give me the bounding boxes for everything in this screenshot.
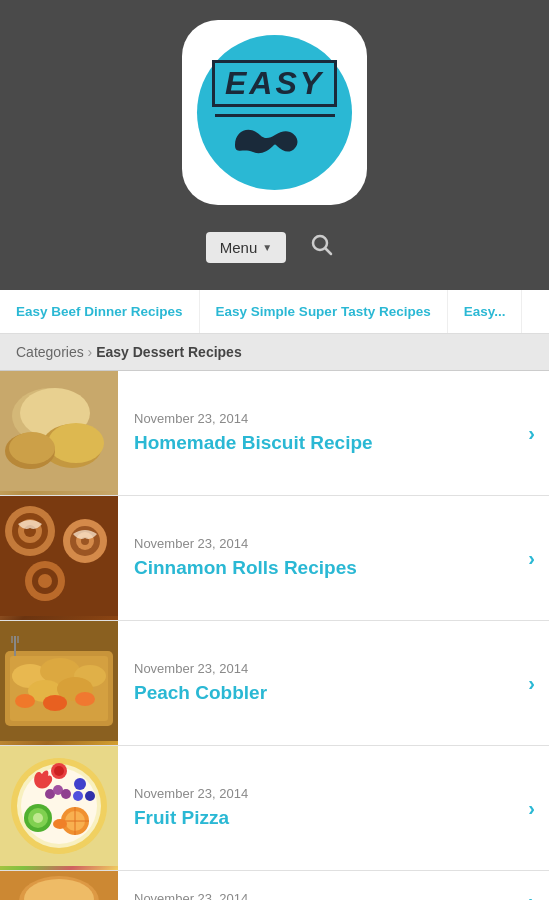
nav-item-simple[interactable]: Easy Simple Super Tasty Recipes (200, 290, 448, 333)
recipe-title: Fruit Pizza (134, 807, 535, 830)
recipe-arrow-icon: › (528, 890, 535, 901)
logo-container: EASY (182, 20, 367, 205)
last-recipe-image (0, 871, 118, 900)
svg-point-29 (15, 694, 35, 708)
biscuit-image (0, 371, 118, 491)
peach-image (0, 621, 118, 741)
recipe-item[interactable]: November 23, 2014 Homemade Biscuit Recip… (0, 371, 549, 496)
recipe-title: Peach Cobbler (134, 682, 535, 705)
svg-line-1 (326, 249, 332, 255)
search-icon (311, 234, 333, 256)
recipe-item[interactable]: November 23, 2014 › (0, 871, 549, 900)
logo-line-top (215, 114, 335, 117)
svg-point-44 (73, 791, 83, 801)
svg-point-42 (74, 778, 86, 790)
recipe-thumbnail (0, 746, 118, 870)
recipe-item[interactable]: November 23, 2014 Fruit Pizza › (0, 746, 549, 871)
nav-bar: Menu ▼ (206, 220, 343, 275)
recipe-info: November 23, 2014 Cinnamon Rolls Recipes… (118, 496, 549, 620)
svg-point-6 (48, 423, 104, 463)
fruit-pizza-image (0, 746, 118, 866)
recipe-arrow-icon: › (528, 547, 535, 570)
recipe-info: November 23, 2014 › (118, 871, 549, 900)
recipe-thumbnail (0, 621, 118, 745)
recipe-arrow-icon: › (528, 672, 535, 695)
recipe-date: November 23, 2014 (134, 536, 535, 551)
recipe-item[interactable]: November 23, 2014 Peach Cobbler › (0, 621, 549, 746)
svg-point-41 (54, 766, 64, 776)
menu-button[interactable]: Menu ▼ (206, 232, 286, 263)
svg-point-55 (61, 789, 71, 799)
breadcrumb-parent[interactable]: Categories (16, 344, 84, 360)
recipe-thumbnail (0, 371, 118, 495)
recipe-title: Homemade Biscuit Recipe (134, 432, 535, 455)
recipe-item[interactable]: November 23, 2014 Cinnamon Rolls Recipes… (0, 496, 549, 621)
svg-point-20 (38, 574, 52, 588)
recipe-arrow-icon: › (528, 422, 535, 445)
recipe-date: November 23, 2014 (134, 891, 535, 901)
recipe-date: November 23, 2014 (134, 661, 535, 676)
menu-label: Menu (220, 239, 258, 256)
menu-arrow-icon: ▼ (262, 242, 272, 253)
recipe-date: November 23, 2014 (134, 411, 535, 426)
recipe-info: November 23, 2014 Fruit Pizza › (118, 746, 549, 870)
recipe-thumbnail (0, 496, 118, 620)
recipe-list: November 23, 2014 Homemade Biscuit Recip… (0, 371, 549, 900)
svg-point-31 (75, 692, 95, 706)
svg-point-30 (43, 695, 67, 711)
svg-point-47 (33, 813, 43, 823)
breadcrumb-current: Easy Dessert Recipes (96, 344, 242, 360)
recipe-date: November 23, 2014 (134, 786, 535, 801)
recipe-title: Cinnamon Rolls Recipes (134, 557, 535, 580)
recipe-arrow-icon: › (528, 797, 535, 820)
search-button[interactable] (301, 228, 343, 267)
recipe-thumbnail (0, 871, 118, 900)
breadcrumb: Categories › Easy Dessert Recipes (0, 334, 549, 371)
logo-text: EASY (212, 60, 337, 107)
logo-inner: EASY (197, 35, 352, 190)
recipe-info: November 23, 2014 Peach Cobbler › (118, 621, 549, 745)
svg-point-43 (85, 791, 95, 801)
horizontal-nav: Easy Beef Dinner Recipes Easy Simple Sup… (0, 290, 549, 334)
nav-item-more[interactable]: Easy... (448, 290, 523, 333)
cinnamon-image (0, 496, 118, 616)
svg-point-52 (53, 819, 67, 829)
breadcrumb-separator: › (84, 344, 96, 360)
mustache-icon (225, 120, 325, 165)
header: EASY Menu ▼ (0, 0, 549, 290)
nav-item-beef[interactable]: Easy Beef Dinner Recipes (0, 290, 200, 333)
recipe-info: November 23, 2014 Homemade Biscuit Recip… (118, 371, 549, 495)
svg-point-8 (9, 432, 55, 464)
